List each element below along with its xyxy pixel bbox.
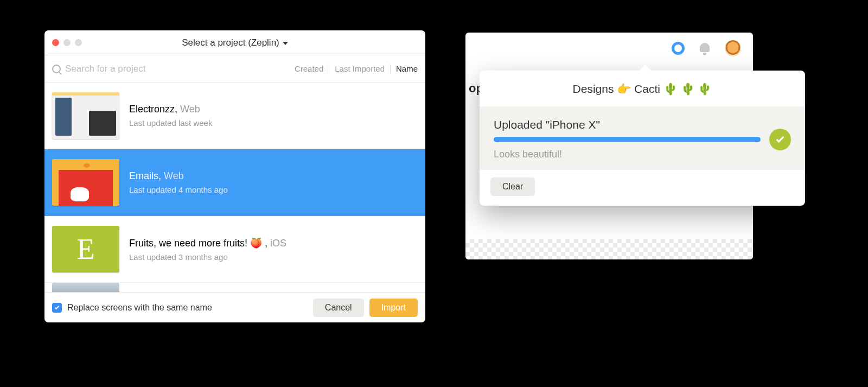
replace-checkbox[interactable]: [52, 303, 62, 313]
import-button[interactable]: Import: [369, 299, 418, 317]
project-info: Fruits, we need more fruits! 🍑 , iOS Las…: [129, 237, 286, 262]
project-list: Electronzz, Web Last updated last week E…: [44, 83, 425, 292]
project-select-window: Select a project (Zeplin) Created Last I…: [44, 30, 425, 322]
project-subtitle: Last updated 4 months ago: [129, 185, 228, 194]
uploads-popover: Designs 👉 Cacti 🌵 🌵 🌵 Uploaded "iPhone X…: [480, 71, 805, 206]
minimize-icon[interactable]: [63, 39, 71, 46]
success-badge: [769, 129, 791, 150]
project-title: Fruits, we need more fruits! 🍑 , iOS: [129, 237, 286, 249]
sort-name[interactable]: Name: [396, 64, 418, 73]
divider: [390, 65, 391, 73]
divider: [329, 65, 329, 73]
project-thumbnail: [52, 283, 119, 292]
avatar[interactable]: [725, 40, 741, 56]
maximize-icon[interactable]: [75, 39, 82, 46]
window-controls: [44, 39, 82, 46]
check-icon: [55, 304, 59, 309]
chevron-down-icon: [283, 42, 288, 45]
popover-footer: Clear: [480, 170, 805, 206]
project-info: Emails, Web Last updated 4 months ago: [129, 170, 228, 194]
check-icon: [776, 135, 784, 143]
project-subtitle: Last updated 3 months ago: [129, 252, 286, 262]
canvas-checker: [465, 239, 753, 259]
clear-button[interactable]: Clear: [490, 177, 535, 196]
project-info: Electronzz, Web Last updated last week: [129, 104, 212, 128]
cancel-button[interactable]: Cancel: [313, 299, 364, 317]
project-row-selected[interactable]: Emails, Web Last updated 4 months ago: [44, 149, 425, 216]
popover-body: Uploaded "iPhone X" Looks beautiful!: [480, 106, 805, 170]
sort-controls: Created Last Imported Name: [295, 64, 418, 73]
bell-icon[interactable]: [699, 42, 711, 54]
partial-text: op: [465, 81, 481, 100]
upload-title: Uploaded "iPhone X": [494, 118, 761, 131]
search-icon: [52, 65, 61, 73]
project-title: Electronzz, Web: [129, 104, 212, 115]
project-thumbnail: [52, 159, 119, 206]
popover-title: Designs 👉 Cacti 🌵 🌵 🌵: [480, 71, 805, 106]
replace-label: Replace screens with the same name: [67, 303, 212, 313]
project-row-partial[interactable]: [44, 283, 425, 292]
toolbar: Created Last Imported Name: [44, 55, 425, 83]
search-input[interactable]: [65, 64, 206, 74]
close-icon[interactable]: [52, 39, 59, 46]
sort-created[interactable]: Created: [295, 64, 323, 73]
window-title: Select a project (Zeplin): [182, 37, 279, 48]
project-thumbnail: E: [52, 226, 119, 272]
upload-item: Uploaded "iPhone X" Looks beautiful!: [494, 118, 791, 160]
upload-subtitle: Looks beautiful!: [494, 149, 761, 160]
app-header: [465, 33, 753, 64]
project-row[interactable]: E Fruits, we need more fruits! 🍑 , iOS L…: [44, 216, 425, 283]
project-title: Emails, Web: [129, 170, 228, 182]
titlebar: Select a project (Zeplin): [44, 30, 425, 55]
progress-bar: [494, 137, 761, 142]
project-thumbnail: [52, 92, 119, 139]
project-row[interactable]: Electronzz, Web Last updated last week: [44, 83, 425, 149]
sort-last-imported[interactable]: Last Imported: [335, 64, 385, 73]
project-subtitle: Last updated last week: [129, 118, 212, 128]
window-title-dropdown[interactable]: Select a project (Zeplin): [44, 37, 425, 48]
upload-main: Uploaded "iPhone X" Looks beautiful!: [494, 118, 761, 160]
uploads-icon[interactable]: [672, 42, 685, 55]
footer: Replace screens with the same name Cance…: [44, 292, 425, 322]
search-wrap: [52, 64, 289, 74]
